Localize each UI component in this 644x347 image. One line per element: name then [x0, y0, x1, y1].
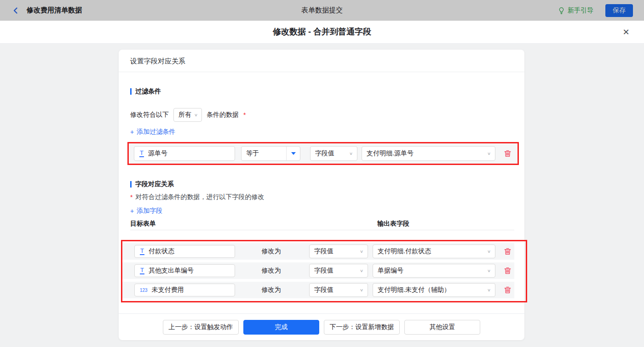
output-field-value: 单据编号 — [378, 267, 403, 275]
filter-section-label: 过滤条件 — [135, 87, 161, 96]
action-label: 修改为 — [261, 247, 282, 256]
operator-caret-segment[interactable] — [286, 147, 300, 160]
chevron-down-icon: ∨ — [487, 249, 491, 254]
target-field-input[interactable]: 123 未支付费用 — [134, 284, 235, 296]
table-header-divider — [130, 230, 514, 230]
target-field-input[interactable]: T 付款状态 — [134, 245, 235, 258]
mapping-row: T 其他支出单编号 修改为 字段值 ∨ 单据编号 ∨ — [122, 262, 514, 279]
mapping-row: T 付款状态 修改为 字段值 ∨ 支付明细.付款状态 ∨ — [122, 243, 514, 260]
done-button[interactable]: 完成 — [243, 320, 319, 335]
trash-icon — [504, 247, 512, 256]
filter-match-sentence: 修改符合以下 所有 ∨ 条件的数据 * — [130, 108, 246, 122]
filter-field-input[interactable]: T 源单号 — [134, 146, 235, 161]
chevron-down-icon: ∨ — [360, 288, 363, 292]
chevron-down-icon: ∨ — [487, 151, 491, 156]
match-mode-value: 所有 — [178, 111, 191, 119]
number-field-icon: 123 — [140, 288, 148, 293]
card-title: 设置字段对应关系 — [119, 50, 524, 72]
output-field-select[interactable]: 支付明细.付款状态 ∨ — [373, 245, 495, 258]
column-header-target: 目标表单 — [130, 220, 156, 228]
close-icon[interactable]: ✕ — [620, 26, 632, 38]
text-field-icon: T — [140, 248, 144, 255]
other-settings-button[interactable]: 其他设置 — [404, 320, 480, 335]
value-type-value: 字段值 — [315, 149, 334, 158]
lightbulb-icon — [558, 7, 565, 14]
filter-field-value: 源单号 — [148, 149, 167, 158]
delete-row-button[interactable] — [503, 247, 512, 256]
filter-output-field-value: 支付明细.源单号 — [367, 149, 414, 158]
modal-title: 修改数据 - 合并到普通字段 — [0, 21, 644, 43]
add-filter-condition-link[interactable]: + 添加过滤条件 — [130, 128, 175, 136]
chevron-down-icon: ∨ — [487, 288, 491, 292]
output-field-select[interactable]: 单据编号 ∨ — [373, 264, 495, 278]
delete-row-button[interactable] — [503, 285, 512, 295]
target-field-value: 其他支出单编号 — [149, 267, 194, 275]
topbar-right: 新手引导 保存 — [558, 4, 633, 17]
target-field-value: 付款状态 — [149, 247, 174, 256]
footer-divider — [119, 313, 524, 314]
chevron-down-icon: ∨ — [360, 268, 363, 273]
mapping-description-text: 对符合过滤条件的数据，进行以下字段的修改 — [135, 193, 264, 201]
section-accent-bar — [130, 181, 132, 188]
topbar: 修改费用清单数据 表单数据提交 新手引导 保存 — [0, 0, 644, 21]
modal: 修改数据 - 合并到普通字段 ✕ 设置字段对应关系 过滤条件 修改符合以下 所有… — [0, 21, 644, 347]
value-type-select[interactable]: 字段值 ∨ — [310, 146, 357, 161]
filter-section-title: 过滤条件 — [130, 87, 161, 96]
plus-icon: + — [130, 207, 134, 215]
chevron-down-icon: ∨ — [194, 113, 198, 117]
output-field-value: 支付明细.未支付（辅助） — [378, 286, 450, 294]
trash-icon — [504, 267, 512, 275]
topbar-center-title: 表单数据提交 — [0, 6, 644, 15]
footer: 上一步：设置触发动作 完成 下一步：设置新增数据 其他设置 — [119, 320, 524, 335]
value-type-value: 字段值 — [314, 286, 334, 294]
filter-output-field-select[interactable]: 支付明细.源单号 ∨ — [362, 146, 495, 161]
mapping-description: * 对符合过滤条件的数据，进行以下字段的修改 — [130, 193, 264, 201]
output-field-select[interactable]: 支付明细.未支付（辅助） ∨ — [373, 283, 495, 297]
value-type-select[interactable]: 字段值 ∨ — [309, 245, 368, 258]
beginner-guide-label: 新手引导 — [568, 6, 593, 15]
mapping-section-title: 字段对应关系 — [130, 180, 174, 188]
next-step-button[interactable]: 下一步：设置新增数据 — [324, 320, 400, 335]
delete-row-button[interactable] — [503, 266, 512, 275]
match-mode-select[interactable]: 所有 ∨ — [173, 108, 202, 122]
output-field-value: 支付明细.付款状态 — [378, 247, 431, 256]
action-label: 修改为 — [261, 267, 282, 275]
value-type-value: 字段值 — [314, 267, 334, 275]
save-button[interactable]: 保存 — [605, 4, 633, 17]
delete-condition-button[interactable] — [503, 149, 512, 158]
trash-icon — [504, 286, 512, 294]
sentence-prefix: 修改符合以下 — [130, 111, 169, 119]
column-header-output: 输出表字段 — [377, 220, 409, 228]
modal-header: 修改数据 - 合并到普通字段 ✕ — [0, 21, 644, 44]
caret-down-icon — [291, 152, 296, 155]
settings-card: 设置字段对应关系 过滤条件 修改符合以下 所有 ∨ 条件的数据 * + 添加过滤… — [119, 50, 524, 340]
prev-step-button[interactable]: 上一步：设置触发动作 — [163, 320, 239, 335]
text-field-icon: T — [140, 267, 144, 274]
chevron-down-icon: ∨ — [487, 268, 491, 273]
add-field-label: 添加字段 — [137, 207, 162, 215]
chevron-down-icon: ∨ — [349, 151, 353, 156]
action-label: 修改为 — [261, 286, 282, 294]
operator-value: 等于 — [242, 149, 286, 158]
target-field-value: 未支付费用 — [152, 286, 184, 294]
add-filter-condition-label: 添加过滤条件 — [137, 128, 175, 136]
add-field-link[interactable]: + 添加字段 — [130, 207, 162, 215]
chevron-down-icon: ∨ — [360, 249, 363, 254]
target-field-input[interactable]: T 其他支出单编号 — [134, 264, 235, 277]
plus-icon: + — [130, 128, 134, 136]
beginner-guide-link[interactable]: 新手引导 — [558, 6, 593, 15]
value-type-value: 字段值 — [314, 247, 334, 256]
screen: 修改费用清单数据 表单数据提交 新手引导 保存 修改数据 - 合并到普通字段 ✕… — [0, 0, 644, 347]
value-type-select[interactable]: 字段值 ∨ — [309, 264, 368, 278]
mapping-row: 123 未支付费用 修改为 字段值 ∨ 支付明细.未支付（辅助） ∨ — [122, 282, 514, 298]
trash-icon — [504, 149, 512, 158]
required-mark: * — [243, 111, 246, 119]
operator-select[interactable]: 等于 — [241, 146, 300, 161]
sentence-suffix: 条件的数据 — [207, 111, 239, 119]
filter-condition-row: T 源单号 等于 字段值 ∨ 支付明细.源单号 ∨ — [127, 142, 519, 165]
text-field-icon: T — [139, 150, 144, 157]
mapping-section-label: 字段对应关系 — [135, 180, 174, 188]
value-type-select[interactable]: 字段值 ∨ — [309, 283, 368, 297]
section-accent-bar — [130, 88, 132, 95]
required-mark: * — [130, 193, 132, 201]
